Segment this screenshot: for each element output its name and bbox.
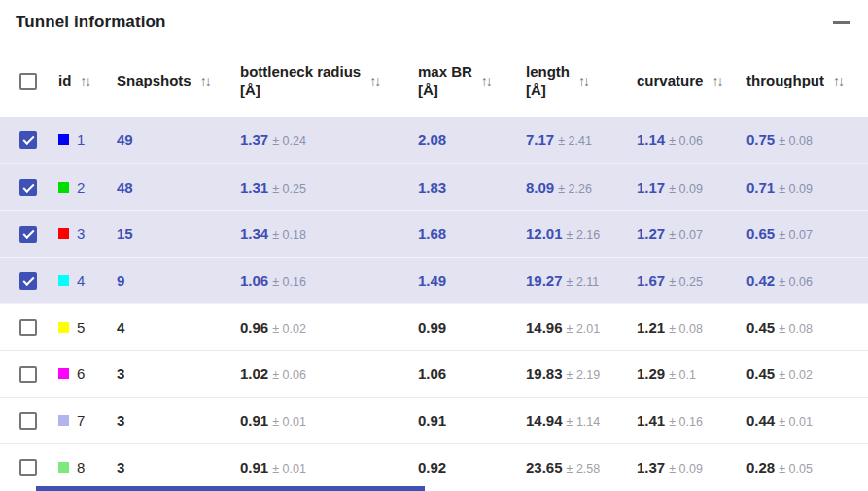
cell-curvature: 1.29± 0.1 (623, 350, 733, 397)
column-label: id (58, 71, 71, 90)
panel-title: Tunnel information (16, 13, 165, 32)
tunnel-id-group: 3 (58, 226, 99, 242)
column-header-content: Snapshots↑↓ (117, 71, 226, 90)
cell-max-br: 0.92 (404, 443, 512, 490)
snapshots-value: 15 (117, 226, 133, 242)
row-checkbox[interactable] (19, 459, 37, 476)
curvature-value: 1.14 (637, 131, 665, 148)
snapshots-value: 3 (117, 366, 124, 382)
cell-length: 12.01± 2.16 (512, 210, 623, 257)
column-label: Snapshots (117, 71, 191, 90)
cell-throughput: 0.75± 0.08 (733, 117, 868, 163)
table-header-row: id↑↓Snapshots↑↓bottleneck radius[Å]↑↓max… (0, 45, 868, 117)
column-header-throughput[interactable]: throughput↑↓ (733, 45, 868, 117)
bottleneck-radius-value: 0.91 (240, 459, 268, 475)
tunnel-id-group: 6 (58, 366, 99, 382)
panel-header: Tunnel information (0, 0, 868, 45)
cell-id: 8 (43, 443, 103, 490)
column-header-bottleneck-radius[interactable]: bottleneck radius[Å]↑↓ (226, 45, 404, 117)
cell-bottleneck-radius: 0.91± 0.01 (226, 397, 404, 443)
cell-id: 7 (43, 397, 103, 443)
cell-checkbox (0, 350, 43, 397)
sort-icon: ↑↓ (80, 73, 89, 88)
cell-snapshots: 3 (103, 350, 226, 397)
cell-throughput: 0.44± 0.01 (733, 397, 868, 443)
row-checkbox[interactable] (19, 412, 37, 430)
tunnel-id: 8 (77, 459, 85, 475)
column-header-curvature[interactable]: curvature↑↓ (623, 45, 733, 117)
bottleneck-radius-error: ± 0.24 (272, 134, 306, 148)
snapshots-value: 48 (117, 179, 133, 195)
max-br-value: 0.99 (418, 319, 446, 335)
bottleneck-radius-value: 0.96 (240, 319, 268, 335)
minimize-button[interactable] (829, 11, 852, 34)
column-label: bottleneck radius[Å] (240, 62, 361, 100)
column-header-max-br[interactable]: max BR[Å]↑↓ (404, 45, 512, 117)
column-header-content: throughput↑↓ (746, 71, 868, 90)
length-error: ± 2.01 (567, 322, 601, 335)
cell-curvature: 1.67± 0.25 (623, 257, 733, 303)
cell-throughput: 0.71± 0.09 (733, 163, 868, 210)
curvature-error: ± 0.25 (669, 275, 703, 289)
length-error: ± 2.41 (558, 134, 592, 148)
curvature-value: 1.37 (637, 459, 665, 475)
bottleneck-radius-value: 1.37 (240, 131, 268, 148)
bottleneck-radius-error: ± 0.02 (272, 322, 306, 335)
table-row: 540.96± 0.020.9914.96± 2.011.21± 0.080.4… (0, 303, 868, 350)
row-checkbox[interactable] (19, 131, 37, 149)
horizontal-scrollbar-thumb[interactable] (36, 486, 425, 491)
length-error: ± 2.19 (567, 368, 601, 382)
column-header-content: length[Å]↑↓ (526, 62, 623, 100)
row-checkbox[interactable] (19, 319, 37, 336)
column-header-content: id↑↓ (58, 71, 103, 90)
cell-curvature: 1.37± 0.09 (623, 443, 733, 490)
cell-max-br: 1.83 (404, 163, 512, 210)
sort-icon: ↑↓ (833, 73, 843, 88)
column-header-length[interactable]: length[Å]↑↓ (512, 45, 623, 117)
column-header-content: max BR[Å]↑↓ (418, 62, 512, 100)
tunnel-id: 5 (77, 319, 85, 335)
length-error: ± 2.11 (567, 275, 600, 289)
curvature-error: ± 0.16 (669, 415, 703, 429)
length-value: 14.96 (526, 319, 563, 335)
tunnel-id: 4 (77, 272, 85, 289)
length-value: 14.94 (526, 412, 563, 429)
cell-snapshots: 3 (103, 443, 226, 490)
cell-max-br: 1.06 (404, 350, 512, 397)
row-checkbox[interactable] (19, 179, 37, 196)
length-error: ± 1.14 (567, 415, 601, 429)
table-row: 3151.34± 0.181.6812.01± 2.161.27± 0.070.… (0, 210, 868, 257)
throughput-error: ± 0.05 (779, 462, 813, 475)
cell-id: 5 (43, 303, 103, 350)
column-header-snapshots[interactable]: Snapshots↑↓ (103, 45, 226, 117)
sort-icon: ↑↓ (712, 73, 721, 88)
max-br-value: 2.08 (418, 131, 446, 148)
row-checkbox[interactable] (19, 366, 37, 383)
cell-bottleneck-radius: 0.96± 0.02 (226, 303, 404, 350)
curvature-value: 1.29 (637, 366, 665, 382)
throughput-error: ± 0.09 (779, 182, 813, 195)
cell-id: 3 (43, 210, 103, 257)
curvature-value: 1.67 (637, 272, 665, 289)
cell-snapshots: 49 (103, 117, 226, 163)
select-all-checkbox[interactable] (19, 73, 37, 90)
length-value: 12.01 (526, 226, 563, 242)
column-header-id[interactable]: id↑↓ (43, 45, 103, 117)
minimize-icon (833, 21, 850, 24)
bottleneck-radius-value: 0.91 (240, 412, 268, 429)
curvature-value: 1.27 (637, 226, 665, 242)
cell-bottleneck-radius: 1.06± 0.16 (226, 257, 404, 303)
cell-bottleneck-radius: 1.02± 0.06 (226, 350, 404, 397)
snapshots-value: 3 (117, 459, 124, 475)
tunnel-table: id↑↓Snapshots↑↓bottleneck radius[Å]↑↓max… (0, 45, 868, 490)
row-checkbox[interactable] (19, 272, 37, 290)
cell-max-br: 0.99 (404, 303, 512, 350)
cell-max-br: 0.91 (404, 397, 512, 443)
tunnel-color-swatch (58, 322, 69, 333)
tunnel-color-swatch (58, 275, 69, 286)
bottleneck-radius-value: 1.31 (240, 179, 268, 195)
tunnel-information-panel: Tunnel information id↑↓Snapshots↑↓bottle… (0, 0, 868, 491)
row-checkbox[interactable] (19, 226, 37, 243)
throughput-error: ± 0.08 (779, 134, 813, 148)
throughput-error: ± 0.02 (779, 368, 813, 382)
